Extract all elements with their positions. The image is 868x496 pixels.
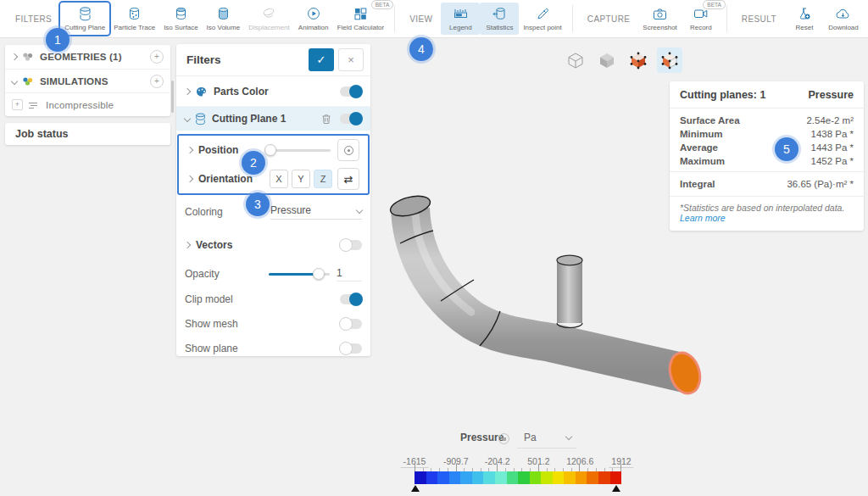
view-section-label: VIEW: [409, 14, 432, 24]
cloud-download-icon: [836, 7, 850, 21]
delete-cutting-plane-button[interactable]: [321, 114, 331, 125]
view-solid-button[interactable]: [594, 47, 620, 73]
opacity-label: Opacity: [185, 268, 220, 280]
toolbar-statistics-button[interactable]: Statistics: [480, 3, 519, 35]
view-clip-solid-button[interactable]: [626, 47, 651, 73]
toolbar-animation-button[interactable]: Animation: [294, 3, 333, 35]
coloring-label: Coloring: [185, 206, 223, 218]
vectors-label: Vectors: [196, 239, 232, 251]
toolbar-iso-volume-button[interactable]: Iso Volume: [203, 3, 245, 35]
stat-row-surface-area: Surface Area 2.54e-2 m²: [670, 114, 864, 127]
view-wireframe-button[interactable]: [563, 47, 588, 73]
opacity-slider[interactable]: [269, 268, 330, 280]
iso-surface-icon: [175, 7, 187, 21]
add-geometry-button[interactable]: +: [150, 50, 164, 64]
toolbar-screenshot-button[interactable]: Screenshot: [638, 3, 681, 35]
vectors-toggle[interactable]: [340, 240, 362, 250]
annotation-badge-2: 2: [242, 151, 265, 175]
toolbar-record-button[interactable]: BETA Record: [682, 3, 721, 35]
stat-row-maximum: Maximum 1452 Pa *: [670, 154, 864, 168]
toolbar-inspect-point-button[interactable]: Inspect point: [519, 3, 565, 35]
stat-row-minimum: Minimum 1438 Pa *: [670, 127, 864, 141]
toolbar-button-label: Inspect point: [523, 24, 561, 31]
position-slider[interactable]: [266, 144, 331, 156]
sidebar-item-simulations[interactable]: SIMULATIONS +: [5, 69, 170, 92]
toolbar-download-button[interactable]: Download: [824, 3, 863, 35]
toolbar-iso-surface-button[interactable]: Iso Surface: [159, 3, 202, 35]
show-mesh-toggle[interactable]: [340, 319, 362, 329]
axis-y-button[interactable]: Y: [292, 170, 310, 188]
vectors-row[interactable]: Vectors: [176, 232, 370, 258]
axis-x-button[interactable]: X: [270, 170, 288, 188]
sidebar-item-incompressible[interactable]: + Incompressible: [5, 92, 170, 116]
viewport-3d-pipe-model[interactable]: [364, 153, 721, 415]
learn-more-link[interactable]: Learn more: [680, 213, 726, 223]
position-slider-handle[interactable]: [264, 144, 276, 156]
add-simulation-button[interactable]: +: [150, 75, 164, 88]
trash-icon: [321, 114, 331, 125]
show-plane-toggle[interactable]: [340, 343, 362, 354]
chevron-right-icon[interactable]: [184, 87, 191, 94]
legend-settings-icon[interactable]: [498, 433, 509, 444]
toolbar-button-label: Statistics: [486, 24, 513, 31]
toolbar-cutting-plane-button[interactable]: Cutting Plane: [60, 3, 109, 35]
toolbar-divider: [394, 5, 395, 32]
toolbar-legend-button[interactable]: Legend: [441, 3, 480, 35]
chevron-down-icon[interactable]: [11, 77, 18, 84]
show-plane-row: Show plane: [176, 337, 370, 360]
chevron-right-icon[interactable]: [11, 53, 18, 60]
view-clip-selected-button[interactable]: [657, 47, 682, 73]
show-mesh-label: Show mesh: [185, 318, 238, 330]
stat-value: 1438 Pa *: [810, 129, 854, 139]
toolbar-button-label: Animation: [298, 24, 329, 31]
stat-label: Maximum: [680, 156, 725, 166]
job-status-panel[interactable]: Job status: [5, 123, 170, 145]
toolbar-reset-button[interactable]: Reset: [785, 3, 824, 35]
toolbar-button-label: Iso Volume: [207, 24, 241, 31]
orientation-row[interactable]: Orientation X Y Z ⇄: [179, 164, 368, 193]
sidebar-item-geometries[interactable]: GEOMETRIES (1) +: [5, 45, 170, 69]
chevron-right-icon[interactable]: [186, 176, 193, 182]
chevron-down-icon[interactable]: [565, 433, 572, 440]
colorbar[interactable]: [415, 471, 621, 484]
result-section-label: RESULT: [742, 14, 776, 24]
chevron-down-icon[interactable]: [184, 115, 191, 122]
cutting-plane-label: Cutting Plane 1: [212, 113, 286, 125]
close-filters-button[interactable]: ×: [338, 48, 364, 71]
axis-z-button[interactable]: Z: [314, 170, 332, 188]
position-row[interactable]: Position: [179, 136, 368, 164]
parts-color-row[interactable]: Parts Color: [176, 76, 370, 107]
opacity-value[interactable]: 1: [337, 267, 362, 281]
coloring-dropdown[interactable]: Pressure: [270, 204, 362, 220]
chevron-right-icon[interactable]: [184, 242, 191, 248]
annotation-outline-box: Position Orientation X Y Z ⇄: [177, 134, 370, 195]
chevron-right-icon[interactable]: [186, 147, 193, 153]
sidebar-scrollbar[interactable]: [171, 81, 174, 113]
opacity-slider-handle[interactable]: [313, 268, 325, 280]
cutting-plane-row[interactable]: Cutting Plane 1: [176, 107, 370, 131]
flip-orientation-button[interactable]: ⇄: [337, 168, 359, 190]
toolbar-particle-trace-button[interactable]: Particle Trace: [109, 3, 159, 35]
toolbar-displacement-button[interactable]: Displacement: [244, 3, 293, 35]
target-icon: [344, 146, 353, 155]
opacity-row: Opacity 1: [176, 261, 370, 287]
annotation-badge-4: 4: [409, 37, 433, 61]
toolbar-field-calculator-button[interactable]: BETA Field Calculator: [333, 3, 389, 35]
annotation-badge-3: 3: [246, 192, 270, 216]
parts-color-toggle[interactable]: [340, 86, 362, 97]
legend-unit-dropdown[interactable]: Pa: [524, 432, 537, 443]
cutting-plane-filter-icon: [195, 113, 206, 125]
clip-cube-icon: [630, 52, 647, 70]
field-calculator-icon: [354, 7, 367, 21]
filters-title: Filters: [186, 53, 309, 66]
expand-plus-icon[interactable]: +: [12, 99, 23, 110]
center-position-button[interactable]: [337, 139, 359, 161]
clip-model-toggle[interactable]: [340, 294, 362, 304]
cutting-plane-toggle[interactable]: [340, 114, 362, 124]
solid-cube-icon: [598, 52, 615, 70]
swap-arrows-icon: ⇄: [344, 173, 353, 186]
colorbar-min-handle[interactable]: [411, 485, 420, 492]
apply-filters-button[interactable]: ✓: [309, 48, 334, 71]
colorbar-max-handle[interactable]: [612, 485, 620, 492]
wireframe-cube-icon: [567, 52, 584, 70]
